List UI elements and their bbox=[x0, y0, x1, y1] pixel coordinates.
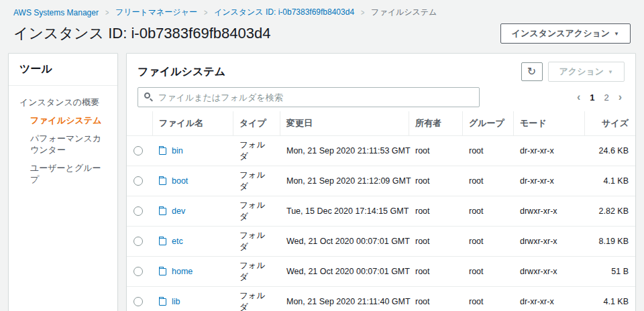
file-type: フォルダ bbox=[233, 227, 280, 257]
file-modified: Mon, 21 Sep 2020 21:11:53 GMT bbox=[280, 136, 409, 166]
file-type: フォルダ bbox=[233, 166, 280, 196]
sidebar-nav: インスタンスの概要 ファイルシステム パフォーマンスカウンター ユーザーとグルー… bbox=[9, 86, 117, 202]
file-owner: root bbox=[409, 136, 462, 166]
select-column-header bbox=[127, 111, 152, 136]
panel-title: ファイルシステム bbox=[138, 65, 225, 79]
breadcrumb-item-systems-manager[interactable]: AWS Systems Manager bbox=[13, 8, 99, 17]
file-mode: dr-xr-xr-x bbox=[513, 136, 584, 166]
file-size: 51 B bbox=[584, 257, 635, 287]
file-link[interactable]: etc bbox=[172, 237, 183, 246]
file-name-cell: boot bbox=[152, 166, 233, 196]
file-modified: Tue, 15 Dec 2020 17:14:15 GMT bbox=[280, 196, 409, 227]
file-name-cell: dev bbox=[152, 196, 233, 227]
sidebar-item-instance-overview[interactable]: インスタンスの概要 bbox=[19, 97, 107, 108]
file-group: root bbox=[462, 227, 513, 257]
breadcrumb-separator-icon: > bbox=[105, 8, 109, 17]
column-header-group: グループ bbox=[462, 111, 513, 136]
file-type: フォルダ bbox=[233, 257, 280, 287]
file-owner: root bbox=[409, 196, 462, 227]
instance-actions-label: インスタンスアクション bbox=[512, 28, 610, 38]
chevron-down-icon: ▼ bbox=[614, 31, 619, 37]
file-group: root bbox=[462, 136, 513, 166]
search-input[interactable] bbox=[138, 87, 480, 107]
search-box bbox=[138, 87, 480, 107]
file-mode: dr-xr-xr-x bbox=[513, 166, 584, 196]
file-group: root bbox=[462, 196, 513, 227]
row-select-cell bbox=[127, 257, 152, 287]
file-link[interactable]: bin bbox=[172, 146, 183, 156]
file-table-container: ファイル名 タイプ 変更日 所有者 グループ モード サイズ binフォルダMo… bbox=[127, 111, 635, 311]
file-size: 2.82 KB bbox=[584, 196, 635, 227]
sidebar-item-file-system[interactable]: ファイルシステム bbox=[30, 115, 107, 126]
file-owner: root bbox=[409, 227, 462, 257]
row-radio[interactable] bbox=[133, 237, 143, 246]
row-select-cell bbox=[127, 136, 152, 166]
row-radio[interactable] bbox=[133, 206, 143, 216]
file-modified: Mon, 21 Sep 2020 21:11:40 GMT bbox=[280, 287, 409, 311]
sidebar-item-users-and-groups[interactable]: ユーザーとグループ bbox=[30, 162, 107, 185]
file-type: フォルダ bbox=[233, 287, 280, 311]
page-number-2[interactable]: 2 bbox=[604, 92, 608, 103]
breadcrumb-separator-icon: > bbox=[204, 8, 207, 17]
table-row: libフォルダMon, 21 Sep 2020 21:11:40 GMTroot… bbox=[127, 287, 635, 311]
file-name-cell: home bbox=[152, 257, 233, 287]
file-link[interactable]: boot bbox=[172, 176, 188, 186]
page-header: インスタンス ID: i-0b7383f69fb8403d4 インスタンスアクシ… bbox=[0, 19, 644, 53]
folder-icon bbox=[159, 298, 166, 306]
tools-sidebar: ツール インスタンスの概要 ファイルシステム パフォーマンスカウンター ユーザー… bbox=[8, 53, 118, 311]
file-modified: Wed, 21 Oct 2020 00:07:01 GMT bbox=[280, 227, 409, 257]
sidebar-sublist: ファイルシステム パフォーマンスカウンター ユーザーとグループ bbox=[30, 115, 107, 185]
row-radio[interactable] bbox=[133, 146, 143, 156]
row-radio[interactable] bbox=[133, 267, 143, 276]
file-owner: root bbox=[409, 166, 462, 196]
file-table: ファイル名 タイプ 変更日 所有者 グループ モード サイズ binフォルダMo… bbox=[127, 111, 635, 311]
instance-actions-button[interactable]: インスタンスアクション▼ bbox=[500, 23, 631, 44]
folder-icon bbox=[159, 208, 166, 215]
column-header-owner: 所有者 bbox=[409, 111, 462, 136]
row-radio[interactable] bbox=[133, 297, 143, 306]
table-header-row: ファイル名 タイプ 変更日 所有者 グループ モード サイズ bbox=[127, 111, 635, 136]
refresh-button[interactable]: ↻ bbox=[521, 62, 543, 81]
prev-page-icon[interactable]: ‹ bbox=[577, 92, 580, 103]
file-table-body: binフォルダMon, 21 Sep 2020 21:11:53 GMTroot… bbox=[127, 136, 635, 311]
column-header-modified: 変更日 bbox=[280, 111, 409, 136]
column-header-mode: モード bbox=[513, 111, 584, 136]
file-size: 4.1 KB bbox=[584, 287, 635, 311]
file-size: 8.19 KB bbox=[584, 227, 635, 257]
page-title: インスタンス ID: i-0b7383f69fb8403d4 bbox=[13, 23, 270, 44]
file-type: フォルダ bbox=[233, 136, 280, 166]
search-icon bbox=[144, 92, 150, 99]
table-row: homeフォルダWed, 21 Oct 2020 00:07:01 GMTroo… bbox=[127, 257, 635, 287]
column-header-file-name: ファイル名 bbox=[152, 111, 233, 136]
file-system-panel: ファイルシステム ↻ アクション▼ ‹ 1 2 › bbox=[126, 53, 636, 311]
breadcrumb: AWS Systems Manager > フリートマネージャー > インスタン… bbox=[0, 0, 644, 19]
file-size: 4.1 KB bbox=[584, 166, 635, 196]
file-group: root bbox=[462, 166, 513, 196]
next-page-icon[interactable]: › bbox=[619, 92, 622, 103]
actions-button[interactable]: アクション▼ bbox=[548, 62, 625, 82]
table-row: etcフォルダWed, 21 Oct 2020 00:07:01 GMTroot… bbox=[127, 227, 635, 257]
row-radio[interactable] bbox=[133, 176, 143, 186]
panel-header: ファイルシステム ↻ アクション▼ bbox=[127, 54, 635, 84]
file-link[interactable]: home bbox=[172, 267, 193, 276]
file-size: 24.6 KB bbox=[584, 136, 635, 166]
breadcrumb-item-instance-id[interactable]: インスタンス ID: i-0b7383f69fb8403d4 bbox=[214, 7, 354, 18]
file-owner: root bbox=[409, 257, 462, 287]
actions-label: アクション bbox=[559, 66, 604, 76]
sidebar-item-performance-counters[interactable]: パフォーマンスカウンター bbox=[30, 133, 107, 156]
file-type: フォルダ bbox=[233, 196, 280, 227]
refresh-icon: ↻ bbox=[527, 66, 536, 77]
file-name-cell: bin bbox=[152, 136, 233, 166]
file-name-cell: etc bbox=[152, 227, 233, 257]
file-mode: drwxr-xr-x bbox=[513, 257, 584, 287]
file-mode: drwxr-xr-x bbox=[513, 196, 584, 227]
table-row: devフォルダTue, 15 Dec 2020 17:14:15 GMTroot… bbox=[127, 196, 635, 227]
toolbar-row: ‹ 1 2 › bbox=[127, 84, 635, 111]
row-select-cell bbox=[127, 166, 152, 196]
file-link[interactable]: dev bbox=[172, 206, 185, 216]
column-header-type: タイプ bbox=[233, 111, 280, 136]
page-number-1[interactable]: 1 bbox=[590, 92, 594, 103]
file-link[interactable]: lib bbox=[172, 297, 180, 306]
file-modified: Wed, 21 Oct 2020 00:07:01 GMT bbox=[280, 257, 409, 287]
breadcrumb-item-fleet-manager[interactable]: フリートマネージャー bbox=[115, 7, 197, 18]
